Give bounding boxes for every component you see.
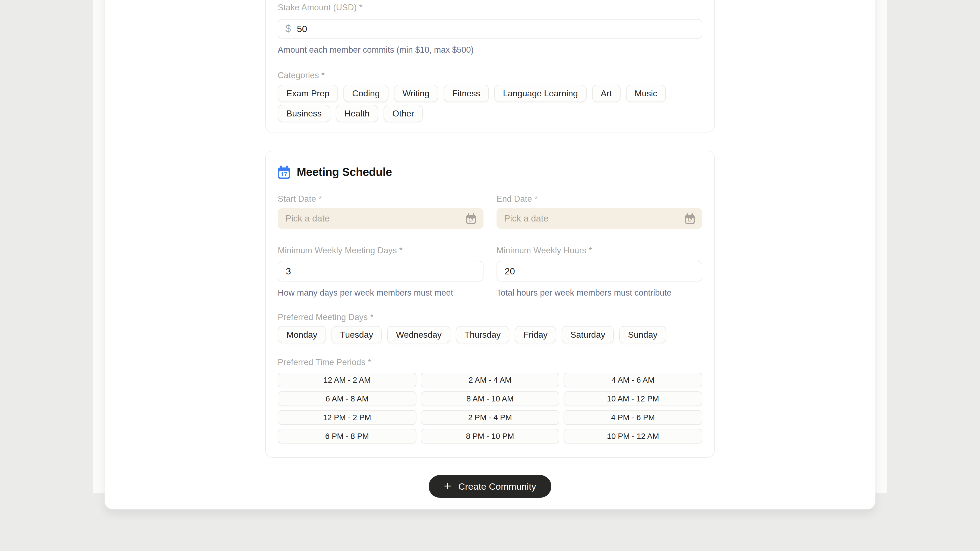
time-period-button[interactable]: 6 PM - 8 PM bbox=[278, 429, 417, 443]
stake-amount-helper: Amount each member commits (min $10, max… bbox=[278, 45, 702, 55]
min-hours-input[interactable]: 20 bbox=[496, 261, 702, 281]
category-chip[interactable]: Art bbox=[592, 85, 620, 102]
min-hours-value: 20 bbox=[505, 266, 515, 276]
section-stake-categories: Stake Amount (USD) * $ 50 Amount each me… bbox=[265, 0, 715, 132]
submit-row: + Create Community bbox=[105, 475, 875, 498]
categories-label: Categories * bbox=[278, 71, 702, 80]
min-days-label: Minimum Weekly Meeting Days * bbox=[278, 246, 484, 256]
day-chip[interactable]: Thursday bbox=[456, 326, 509, 343]
category-chip[interactable]: Language Learning bbox=[494, 85, 587, 102]
min-days-group: Minimum Weekly Meeting Days * 3 How many… bbox=[278, 246, 484, 298]
time-periods-grid: 12 AM - 2 AM2 AM - 4 AM4 AM - 6 AM6 AM -… bbox=[278, 373, 702, 443]
end-date-placeholder: Pick a date bbox=[504, 213, 548, 224]
day-chip[interactable]: Monday bbox=[278, 326, 326, 343]
category-chip[interactable]: Other bbox=[383, 105, 423, 122]
categories-chip-group: Exam PrepCodingWritingFitnessLanguage Le… bbox=[278, 85, 702, 122]
category-chip[interactable]: Writing bbox=[394, 85, 438, 102]
end-date-group: End Date * Pick a date 17 bbox=[496, 194, 702, 229]
create-community-label: Create Community bbox=[458, 481, 536, 492]
min-hours-helper: Total hours per week members must contri… bbox=[496, 288, 702, 298]
day-chip[interactable]: Wednesday bbox=[387, 326, 450, 343]
start-date-placeholder: Pick a date bbox=[285, 213, 329, 224]
time-period-button[interactable]: 10 AM - 12 PM bbox=[563, 391, 702, 406]
time-period-button[interactable]: 4 AM - 6 AM bbox=[563, 373, 702, 387]
end-date-picker[interactable]: Pick a date 17 bbox=[496, 208, 702, 229]
start-date-group: Start Date * Pick a date 17 bbox=[278, 194, 484, 229]
create-community-page: Stake Amount (USD) * $ 50 Amount each me… bbox=[0, 0, 980, 551]
time-period-button[interactable]: 8 PM - 10 PM bbox=[421, 429, 560, 443]
meeting-schedule-title: Meeting Schedule bbox=[297, 165, 392, 179]
time-period-button[interactable]: 2 PM - 4 PM bbox=[421, 410, 560, 425]
preferred-days-label: Preferred Meeting Days * bbox=[278, 313, 702, 322]
time-period-button[interactable]: 4 PM - 6 PM bbox=[563, 410, 702, 425]
minimums-row: Minimum Weekly Meeting Days * 3 How many… bbox=[278, 246, 702, 298]
page-column: Stake Amount (USD) * $ 50 Amount each me… bbox=[93, 0, 887, 493]
min-hours-label: Minimum Weekly Hours * bbox=[496, 246, 702, 256]
time-period-button[interactable]: 12 PM - 2 PM bbox=[278, 410, 417, 425]
min-hours-group: Minimum Weekly Hours * 20 Total hours pe… bbox=[496, 246, 702, 298]
day-chip[interactable]: Saturday bbox=[562, 326, 614, 343]
category-chip[interactable]: Exam Prep bbox=[278, 85, 338, 102]
day-chip[interactable]: Tuesday bbox=[331, 326, 382, 343]
time-period-button[interactable]: 6 AM - 8 AM bbox=[278, 391, 417, 406]
time-period-button[interactable]: 2 AM - 4 AM bbox=[421, 373, 560, 387]
form-container: Stake Amount (USD) * $ 50 Amount each me… bbox=[105, 0, 875, 510]
calendar-icon: 17 bbox=[466, 215, 476, 224]
category-chip[interactable]: Coding bbox=[344, 85, 388, 102]
date-fields-row: Start Date * Pick a date 17 End Date * P… bbox=[278, 194, 702, 229]
plus-icon: + bbox=[444, 480, 451, 492]
time-periods-label: Preferred Time Periods * bbox=[278, 357, 702, 367]
create-community-button[interactable]: + Create Community bbox=[429, 475, 551, 498]
min-days-helper: How many days per week members must meet bbox=[278, 288, 484, 298]
start-date-picker[interactable]: Pick a date 17 bbox=[278, 208, 484, 229]
stake-amount-input[interactable]: $ 50 bbox=[278, 19, 702, 38]
meeting-schedule-header: 17 Meeting Schedule bbox=[278, 165, 702, 179]
min-days-input[interactable]: 3 bbox=[278, 261, 484, 281]
time-period-button[interactable]: 8 AM - 10 AM bbox=[421, 391, 560, 406]
stake-amount-label: Stake Amount (USD) * bbox=[278, 3, 702, 13]
end-date-label: End Date * bbox=[496, 194, 702, 204]
calendar-icon-day: 17 bbox=[279, 171, 289, 178]
time-period-button[interactable]: 12 AM - 2 AM bbox=[278, 373, 417, 387]
day-chip[interactable]: Sunday bbox=[619, 326, 666, 343]
day-chip[interactable]: Friday bbox=[515, 326, 556, 343]
category-chip[interactable]: Business bbox=[278, 105, 330, 122]
category-chip[interactable]: Fitness bbox=[444, 85, 489, 102]
category-chip[interactable]: Health bbox=[336, 105, 379, 122]
min-days-value: 3 bbox=[286, 266, 291, 276]
calendar-icon: 17 bbox=[278, 167, 290, 179]
time-period-button[interactable]: 10 PM - 12 AM bbox=[563, 429, 702, 443]
start-date-label: Start Date * bbox=[278, 194, 484, 204]
category-chip[interactable]: Music bbox=[626, 85, 666, 102]
stake-amount-value: 50 bbox=[297, 24, 307, 34]
dollar-icon: $ bbox=[285, 23, 291, 35]
calendar-icon: 17 bbox=[685, 215, 695, 224]
preferred-days-chip-group: MondayTuesdayWednesdayThursdayFridaySatu… bbox=[278, 326, 702, 343]
section-meeting-schedule: 17 Meeting Schedule Start Date * Pick a … bbox=[265, 151, 715, 457]
